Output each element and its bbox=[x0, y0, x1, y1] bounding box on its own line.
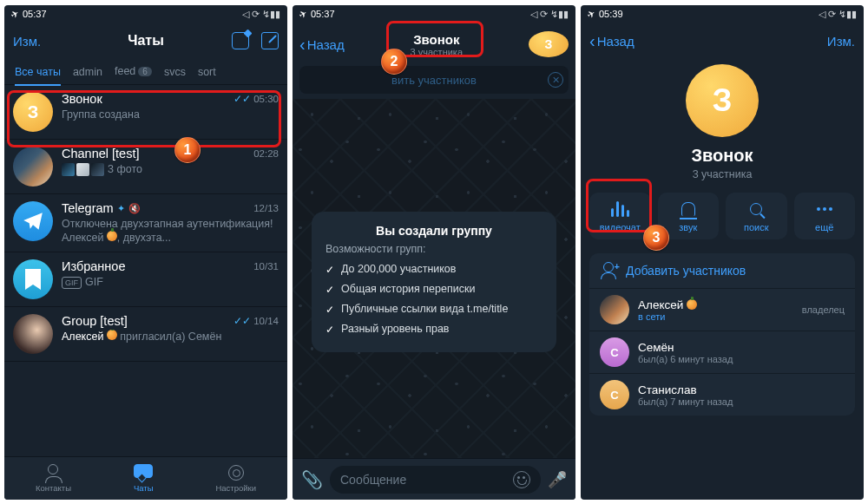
photo-thumbs-icon bbox=[62, 163, 104, 176]
add-members-label: Добавить участников bbox=[626, 264, 746, 278]
filter-admin[interactable]: admin bbox=[73, 66, 102, 78]
action-label: поиск bbox=[744, 222, 769, 232]
tab-label: Настройки bbox=[215, 483, 256, 493]
action-label: ещё bbox=[815, 222, 833, 232]
chats-navbar: Изм. Чаты bbox=[4, 23, 287, 59]
new-group-icon[interactable] bbox=[232, 32, 249, 49]
chat-item-channel[interactable]: Channel [test] 02:28 3 фото bbox=[4, 140, 287, 194]
emoji-icon[interactable] bbox=[513, 471, 530, 488]
back-button[interactable]: ‹Назад bbox=[299, 37, 345, 52]
action-more[interactable]: ещё bbox=[794, 193, 856, 239]
bubble-item: Публичные ссылки вида t.me/title bbox=[326, 302, 542, 317]
close-icon[interactable]: ✕ bbox=[548, 72, 563, 88]
filter-svcs[interactable]: svcs bbox=[164, 66, 186, 78]
status-bar: ✈05:37 ◁ ⟳ ↯▮▮ bbox=[293, 5, 575, 23]
bubble-item: Общая история переписки bbox=[326, 282, 542, 297]
compose-icon[interactable] bbox=[261, 32, 279, 49]
chat-title: Group [test] bbox=[62, 314, 128, 328]
chat-header[interactable]: Звонок 3 участника bbox=[350, 32, 523, 57]
chat-item-saved[interactable]: Избранное 10/31 GIFGIF bbox=[4, 252, 287, 307]
filter-sort[interactable]: sort bbox=[198, 66, 216, 78]
tab-settings[interactable]: Настройки bbox=[215, 464, 256, 493]
phone-group-profile: ✈05:39 ◁ ⟳ ↯▮▮ ‹Назад Изм. З Звонок 3 уч… bbox=[581, 5, 864, 500]
read-checks-icon: ✓✓ bbox=[233, 315, 251, 327]
chat-subtitle: GIFGIF bbox=[62, 275, 279, 289]
attach-icon[interactable]: 📎 bbox=[301, 469, 323, 490]
chat-navbar: ‹Назад Звонок 3 участника З bbox=[293, 23, 575, 66]
filter-feed[interactable]: feed6 bbox=[115, 65, 152, 78]
member-name: Станислав bbox=[638, 383, 845, 396]
chat-time: ✓✓10/14 bbox=[233, 315, 279, 327]
chevron-left-icon: ‹ bbox=[299, 38, 306, 50]
orange-emoji-icon bbox=[687, 299, 697, 310]
edit-button[interactable]: Изм. bbox=[827, 34, 855, 49]
chat-item-zvonok[interactable]: З Звонок ✓✓05:30 Группа создана bbox=[4, 85, 287, 140]
tab-label: Контакты bbox=[36, 483, 71, 493]
member-name: Алексей bbox=[638, 298, 793, 311]
member-role: владелец bbox=[802, 304, 845, 315]
tab-contacts[interactable]: Контакты bbox=[36, 464, 71, 493]
avatar bbox=[13, 259, 53, 299]
airplane-icon: ✈ bbox=[9, 7, 21, 21]
action-videochat[interactable]: видеочат bbox=[589, 193, 651, 239]
mic-icon[interactable]: 🎤 bbox=[548, 470, 567, 489]
step-marker-3: 3 bbox=[643, 225, 669, 251]
orange-emoji-icon bbox=[107, 231, 117, 241]
bookmark-icon bbox=[25, 269, 41, 290]
tab-chats[interactable]: Чаты bbox=[134, 464, 154, 493]
member-avatar: С bbox=[600, 380, 629, 409]
bell-icon bbox=[681, 202, 695, 216]
status-time: 05:37 bbox=[23, 9, 47, 19]
message-input-bar: 📎 Сообщение 🎤 bbox=[293, 458, 575, 500]
chat-list: З Звонок ✓✓05:30 Группа создана Channel … bbox=[4, 85, 287, 362]
search-icon bbox=[750, 203, 762, 215]
contact-icon bbox=[48, 464, 58, 475]
chat-subtitle: Отключена двухэтапная аутентификация! Ал… bbox=[62, 217, 279, 245]
add-members-bar[interactable]: вить участников ✕ bbox=[299, 66, 569, 94]
chat-item-telegram[interactable]: Telegram ✦ 🔇 12/13 Отключена двухэтапная… bbox=[4, 194, 287, 252]
profile-avatar[interactable]: З bbox=[686, 64, 759, 137]
bubble-title: Вы создали группу bbox=[326, 224, 542, 238]
status-icons: ◁ ⟳ ↯▮▮ bbox=[242, 9, 280, 20]
filter-all[interactable]: Все чаты bbox=[15, 66, 61, 86]
chat-subtitle: Алексей пригласил(а) Семён bbox=[62, 330, 279, 344]
back-button[interactable]: ‹Назад bbox=[589, 34, 635, 49]
profile-navbar: ‹Назад Изм. bbox=[581, 23, 864, 59]
airplane-icon: ✈ bbox=[297, 7, 309, 21]
more-icon bbox=[817, 207, 832, 211]
bubble-item: До 200,000 участников bbox=[326, 262, 542, 277]
chat-subtitle: 3 участника bbox=[350, 47, 523, 57]
voice-wave-icon bbox=[611, 201, 629, 217]
chat-avatar-small[interactable]: З bbox=[529, 31, 569, 57]
edit-button[interactable]: Изм. bbox=[13, 34, 41, 49]
status-time: 05:39 bbox=[599, 9, 623, 19]
chats-icon bbox=[134, 464, 153, 481]
member-row[interactable]: Алексей в сети владелец bbox=[589, 289, 855, 331]
message-input[interactable]: Сообщение bbox=[330, 466, 541, 494]
add-members-button[interactable]: + Добавить участников bbox=[589, 253, 855, 289]
action-row: видеочат звук поиск ещё bbox=[581, 180, 864, 248]
read-checks-icon: ✓✓ bbox=[233, 93, 251, 105]
member-row[interactable]: С Станислав был(а) 7 минут назад bbox=[589, 374, 855, 416]
phone-chats-list: ✈05:37 ◁ ⟳ ↯▮▮ Изм. Чаты Все чаты admin … bbox=[4, 5, 287, 500]
member-status: был(а) 6 минут назад bbox=[638, 354, 845, 364]
filter-feed-badge: 6 bbox=[138, 67, 152, 76]
member-avatar bbox=[600, 295, 629, 324]
status-time: 05:37 bbox=[311, 9, 335, 19]
chat-title: Звонок bbox=[62, 92, 102, 106]
bottom-tabbar: Контакты Чаты Настройки bbox=[4, 456, 287, 500]
service-message-bubble: Вы создали группу Возможности групп: До … bbox=[312, 212, 556, 352]
action-label: видеочат bbox=[600, 222, 641, 232]
member-row[interactable]: С Семён был(а) 6 минут назад bbox=[589, 331, 855, 374]
gear-icon bbox=[228, 465, 244, 481]
avatar bbox=[13, 201, 53, 241]
bubble-subtitle: Возможности групп: bbox=[326, 243, 542, 255]
avatar bbox=[13, 314, 53, 354]
verified-icon: ✦ bbox=[117, 203, 125, 214]
chat-time: 12/13 bbox=[253, 203, 279, 213]
profile-subtitle: 3 участника bbox=[581, 168, 864, 180]
bubble-item: Разный уровень прав bbox=[326, 322, 542, 337]
chat-item-group[interactable]: Group [test] ✓✓10/14 Алексей пригласил(а… bbox=[4, 307, 287, 362]
action-search[interactable]: поиск bbox=[726, 193, 787, 239]
chat-title: Избранное bbox=[62, 259, 125, 273]
